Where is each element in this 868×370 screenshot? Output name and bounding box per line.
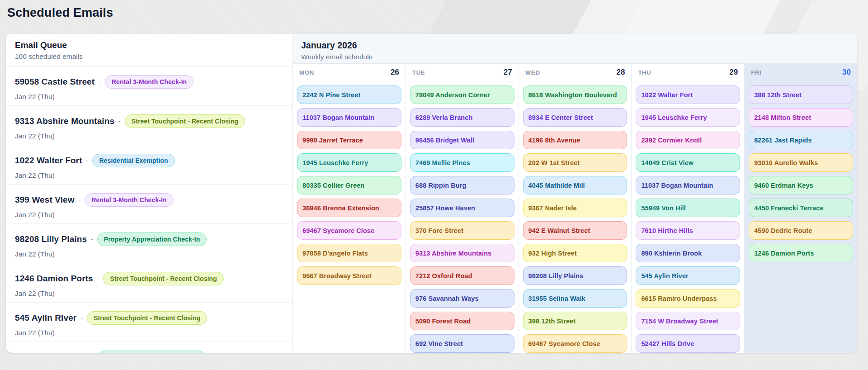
event-pill[interactable]: 2392 Cormier Knoll <box>636 131 740 149</box>
event-pill[interactable]: 692 Vine Street <box>410 334 514 353</box>
calendar-days: MON262242 N Pine Street11037 Bogan Mount… <box>293 64 857 353</box>
queue-item-address: 1022 Walter Fort <box>15 156 82 166</box>
event-pill[interactable]: 1022 Walter Fort <box>636 85 740 104</box>
event-pill[interactable]: 5090 Forest Road <box>410 312 514 330</box>
event-pill[interactable]: 93010 Aurelio Walks <box>749 153 853 172</box>
event-pill[interactable]: 976 Savannah Ways <box>410 289 514 308</box>
queue-item[interactable]: 1246 Damion Ports-Street Touchpoint - Re… <box>6 263 292 303</box>
queue-item-date: Jan 22 (Thu) <box>15 329 283 337</box>
event-pill[interactable]: 14049 Crist View <box>636 153 740 172</box>
queue-item-partial <box>6 342 292 353</box>
event-pill[interactable]: 78049 Anderson Corner <box>410 85 514 104</box>
queue-item-address: 98208 Lilly Plains <box>15 234 87 244</box>
event-pill[interactable]: 1945 Leuschke Ferry <box>636 108 740 127</box>
day-events: 1022 Walter Fort1945 Leuschke Ferry2392 … <box>632 81 744 353</box>
event-pill[interactable]: 96456 Bridget Wall <box>410 131 514 149</box>
queue-item-date: Jan 22 (Thu) <box>15 171 283 180</box>
event-pill[interactable]: 4045 Mathilde Mill <box>523 176 627 194</box>
queue-item-separator: - <box>79 196 81 204</box>
event-pill[interactable]: 25857 Howe Haven <box>410 199 514 217</box>
event-pill[interactable]: 11037 Bogan Mountain <box>636 176 740 194</box>
event-pill[interactable]: 932 High Street <box>523 244 627 262</box>
event-pill[interactable]: 942 E Walnut Street <box>523 221 627 240</box>
event-pill[interactable]: 82261 Jast Rapids <box>749 131 853 149</box>
queue-item-tag: Rental 3-Month Check-In <box>85 193 173 207</box>
queue-item[interactable]: 399 West View-Rental 3-Month Check-InJan… <box>6 185 292 224</box>
event-pill[interactable]: 370 Fore Street <box>410 221 514 240</box>
event-pill[interactable]: 9460 Erdman Keys <box>749 176 853 194</box>
queue-item[interactable]: 98208 Lilly Plains-Property Appreciation… <box>6 224 292 263</box>
queue-item[interactable]: 1022 Walter Fort-Residential ExemptionJa… <box>6 145 292 185</box>
scheduled-emails-card: Email Queue 100 scheduled emails 59058 C… <box>6 34 857 353</box>
event-pill[interactable]: 9313 Abshire Mountains <box>410 244 514 262</box>
day-number: 30 <box>842 68 851 77</box>
event-pill[interactable]: 2242 N Pine Street <box>297 85 401 104</box>
event-pill[interactable]: 9367 Nader Isle <box>523 199 627 217</box>
event-pill[interactable]: 31955 Selina Walk <box>523 289 627 308</box>
queue-item-separator: - <box>97 275 99 282</box>
event-pill[interactable]: 97858 D'angelo Flats <box>297 244 401 262</box>
event-pill[interactable]: 398 12th Street <box>749 85 853 104</box>
event-pill[interactable]: 69467 Sycamore Close <box>297 221 401 240</box>
queue-item[interactable]: 9313 Abshire Mountains-Street Touchpoint… <box>6 106 292 145</box>
calendar-panel: January 2026 Weekly email schedule MON26… <box>293 34 857 353</box>
day-label: MON <box>299 69 314 76</box>
day-events: 398 12th Street2148 Milton Street82261 J… <box>745 81 857 353</box>
event-pill[interactable]: 4196 8th Avenue <box>523 131 627 149</box>
queue-item-date: Jan 22 (Thu) <box>15 250 283 258</box>
page-title: Scheduled Emails <box>7 6 113 20</box>
day-events: 8618 Washington Boulevard8934 E Center S… <box>519 81 632 353</box>
event-pill[interactable]: 398 12th Street <box>523 312 627 330</box>
event-pill[interactable]: 4590 Dedric Route <box>749 221 853 240</box>
calendar-day-column-fri: FRI30398 12th Street2148 Milton Street82… <box>745 64 857 353</box>
queue-item-date: Jan 22 (Thu) <box>15 132 283 140</box>
event-pill[interactable]: 11037 Bogan Mountain <box>297 108 401 127</box>
event-pill[interactable]: 202 W 1st Street <box>523 153 627 172</box>
event-pill[interactable]: 55949 Von Hill <box>636 199 740 217</box>
calendar-day-column-wed: WED288618 Washington Boulevard8934 E Cen… <box>519 64 632 353</box>
event-pill[interactable]: 7610 Hirthe Hills <box>636 221 740 240</box>
day-label: FRI <box>751 69 761 76</box>
event-pill[interactable]: 98208 Lilly Plains <box>523 266 627 285</box>
day-label: WED <box>525 69 540 76</box>
event-pill[interactable]: 80335 Collier Green <box>297 176 401 194</box>
event-pill[interactable]: 4450 Franecki Terrace <box>749 199 853 217</box>
event-pill[interactable]: 8934 E Center Street <box>523 108 627 127</box>
event-pill[interactable]: 688 Rippin Burg <box>410 176 514 194</box>
event-pill[interactable]: 69467 Sycamore Close <box>523 334 627 353</box>
event-pill[interactable]: 9990 Jarret Terrace <box>297 131 401 149</box>
queue-item-separator: - <box>86 157 89 164</box>
email-queue-header: Email Queue 100 scheduled emails <box>6 34 292 66</box>
event-pill[interactable]: 7212 Oxford Road <box>410 266 514 285</box>
queue-item-address: 59058 Castle Street <box>15 77 94 87</box>
email-queue-count: 100 scheduled emails <box>15 52 283 61</box>
event-pill[interactable]: 545 Aylin River <box>636 266 740 285</box>
event-pill[interactable]: 8618 Washington Boulevard <box>523 85 627 104</box>
event-pill[interactable]: 2148 Milton Street <box>749 108 853 127</box>
day-number: 27 <box>504 68 512 77</box>
queue-item-date: Jan 22 (Thu) <box>15 93 283 101</box>
email-queue-list: 59058 Castle Street-Rental 3-Month Check… <box>6 66 292 353</box>
queue-item-tag: Street Touchpoint - Recent Closing <box>103 272 223 285</box>
day-number: 26 <box>391 68 399 77</box>
event-pill[interactable]: 6615 Ramiro Underpass <box>636 289 740 308</box>
queue-item-address: 1246 Damion Ports <box>15 274 93 284</box>
event-pill[interactable]: 36946 Brenna Extension <box>297 199 401 217</box>
queue-item[interactable]: 59058 Castle Street-Rental 3-Month Check… <box>6 66 292 106</box>
event-pill[interactable]: 52427 Hills Drive <box>636 334 740 353</box>
queue-item-address: 399 West View <box>15 195 75 205</box>
event-pill[interactable]: 7154 W Broadway Street <box>636 312 740 330</box>
day-label: THU <box>638 69 651 76</box>
event-pill[interactable]: 1945 Leuschke Ferry <box>297 153 401 172</box>
queue-item-tag: Street Touchpoint - Recent Closing <box>125 114 245 128</box>
event-pill[interactable]: 6289 Verla Branch <box>410 108 514 127</box>
queue-item-row: 98208 Lilly Plains-Property Appreciation… <box>15 232 283 246</box>
queue-item[interactable]: 545 Aylin River-Street Touchpoint - Rece… <box>6 303 292 342</box>
event-pill[interactable]: 890 Kshlerin Brook <box>636 244 740 262</box>
event-pill[interactable]: 9667 Broadway Street <box>297 266 401 285</box>
queue-item-tag: Street Touchpoint - Recent Closing <box>87 311 207 325</box>
queue-item-tag <box>98 351 206 353</box>
event-pill[interactable]: 7469 Mellie Pines <box>410 153 514 172</box>
email-queue-title: Email Queue <box>15 40 283 50</box>
event-pill[interactable]: 1246 Damion Ports <box>749 244 853 262</box>
